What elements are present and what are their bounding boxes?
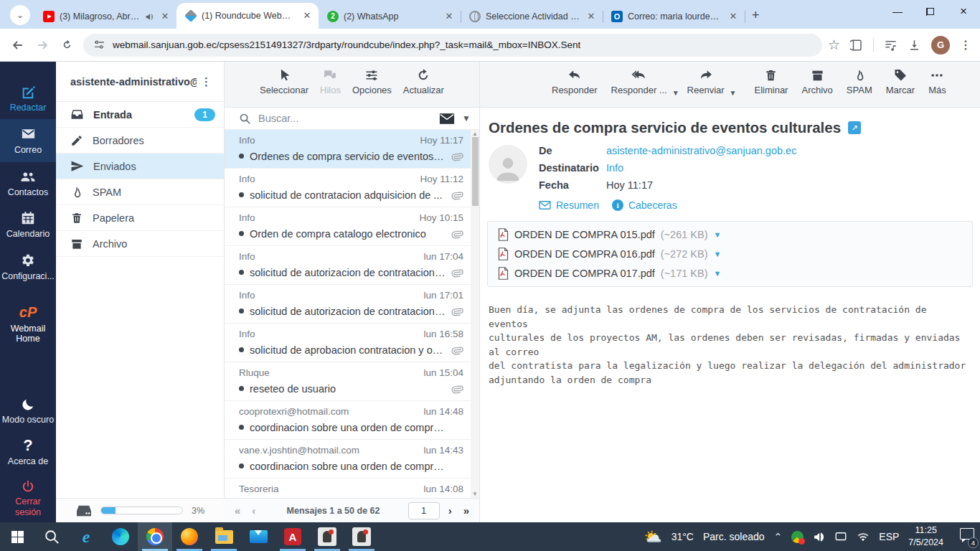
forward-button[interactable]: Reenviar bbox=[687, 68, 725, 95]
scroll-up-icon[interactable]: ▲ bbox=[472, 131, 478, 137]
folder-sent[interactable]: Enviados bbox=[56, 154, 224, 179]
chrome-menu-icon[interactable]: ⋮ bbox=[960, 38, 971, 52]
new-tab-button[interactable]: + bbox=[752, 8, 760, 23]
message-row[interactable]: Infolun 17:01 solicitud de autorizacion … bbox=[225, 285, 471, 324]
browser-tab-4[interactable]: Seleccione Actividad a modi ✕ bbox=[461, 4, 603, 29]
media-controls-icon[interactable] bbox=[884, 38, 897, 52]
forward-caret-icon[interactable]: ▼ bbox=[730, 89, 737, 97]
taskbar-mail-icon[interactable] bbox=[241, 522, 275, 551]
first-page-button[interactable]: « bbox=[232, 504, 243, 517]
tray-expand-chevron-icon[interactable]: ⌃ bbox=[774, 531, 783, 542]
attachment-menu-caret-icon[interactable]: ▼ bbox=[714, 230, 722, 239]
reply-button[interactable]: Responder bbox=[552, 68, 598, 95]
tray-volume-icon[interactable] bbox=[813, 531, 825, 543]
taskbar-acrobat-icon[interactable]: A bbox=[275, 522, 310, 551]
search-bar[interactable]: Buscar... ▼ bbox=[225, 108, 479, 130]
next-page-button[interactable]: › bbox=[446, 504, 455, 517]
reply-all-button[interactable]: Responder ... bbox=[611, 68, 667, 95]
open-in-new-window-icon[interactable]: ↗ bbox=[848, 121, 861, 134]
address-bar[interactable]: webmail.sanjuan.gob.ec/cpsess2151491327/… bbox=[83, 34, 822, 57]
message-row[interactable]: vane.v.joshtin@hotmail.comlun 14:43 coor… bbox=[225, 440, 471, 479]
last-page-button[interactable]: » bbox=[461, 504, 472, 517]
message-row[interactable]: InfoHoy 11:17 Ordenes de compra servicio… bbox=[225, 130, 471, 169]
mark-button[interactable]: Marcar bbox=[886, 68, 915, 95]
headers-link[interactable]: i Cabeceras bbox=[612, 199, 677, 211]
tray-language[interactable]: ESP bbox=[879, 531, 899, 542]
taskbar-app1-icon[interactable] bbox=[310, 522, 344, 551]
summary-link[interactable]: Resumen bbox=[539, 199, 599, 211]
tab-close-icon[interactable]: ✕ bbox=[301, 10, 313, 22]
threads-button[interactable]: Hilos bbox=[320, 68, 341, 95]
message-row[interactable]: Rluquelun 15:04 reseteo de usuario bbox=[225, 362, 471, 401]
page-number-input[interactable]: 1 bbox=[408, 502, 440, 519]
archive-button[interactable]: Archivo bbox=[801, 68, 832, 95]
folder-drafts[interactable]: Borradores bbox=[56, 128, 224, 154]
folder-trash[interactable]: Papelera bbox=[56, 205, 224, 231]
spam-button[interactable]: SPAM bbox=[847, 68, 872, 95]
sidebar-item-logout[interactable]: Cerrar sesión bbox=[0, 473, 56, 524]
attachment-item[interactable]: ORDEN DE COMPRA 015.pdf (~261 KB) ▼ bbox=[498, 228, 721, 241]
taskbar-app2-icon[interactable] bbox=[344, 522, 379, 551]
tab-search-chevron-icon[interactable]: ⌄ bbox=[10, 5, 30, 25]
folder-spam[interactable]: SPAM bbox=[56, 179, 224, 205]
refresh-button[interactable]: Actualizar bbox=[403, 68, 444, 95]
tab-audio-icon[interactable] bbox=[145, 12, 154, 22]
sidebar-item-dark-mode[interactable]: Modo oscuro bbox=[0, 391, 56, 431]
taskbar-search-icon[interactable] bbox=[34, 522, 69, 551]
taskbar-internet-explorer-icon[interactable]: e bbox=[69, 522, 103, 551]
list-scrollbar[interactable]: ▲ ▼ bbox=[471, 130, 479, 498]
scroll-down-icon[interactable]: ▼ bbox=[472, 491, 478, 497]
message-row[interactable]: Infolun 17:04 solicitud de autorizacion … bbox=[225, 246, 471, 285]
reply-all-caret-icon[interactable]: ▼ bbox=[672, 89, 679, 97]
close-window-button[interactable]: × bbox=[947, 0, 980, 23]
tab-close-icon[interactable]: ✕ bbox=[443, 11, 455, 22]
side-panel-icon[interactable] bbox=[850, 39, 863, 52]
to-recipient-link[interactable]: Info bbox=[606, 162, 623, 174]
attachment-item[interactable]: ORDEN DE COMPRA 016.pdf (~272 KB) ▼ bbox=[498, 248, 721, 260]
delete-button[interactable]: Eliminar bbox=[755, 68, 788, 95]
tray-clock[interactable]: 11:25 7/5/2024 bbox=[908, 524, 943, 549]
message-row[interactable]: Infolun 16:58 solicitud de aprobacion co… bbox=[225, 324, 471, 362]
reload-button[interactable] bbox=[55, 33, 79, 57]
browser-tab-1[interactable]: (3) Milagroso, Abres Can ✕ bbox=[34, 4, 176, 29]
profile-avatar[interactable]: G bbox=[931, 36, 950, 55]
search-options-chevron-icon[interactable]: ▼ bbox=[462, 113, 471, 123]
url-text[interactable]: webmail.sanjuan.gob.ec/cpsess2151491327/… bbox=[113, 39, 580, 50]
message-row[interactable]: Tesorerialun 14:08 bbox=[225, 479, 471, 498]
select-button[interactable]: Seleccionar bbox=[260, 68, 308, 95]
downloads-icon[interactable] bbox=[908, 38, 921, 52]
folder-archive[interactable]: Archivo bbox=[56, 231, 224, 257]
search-input[interactable]: Buscar... bbox=[258, 113, 432, 124]
sidebar-item-contacts[interactable]: Contactos bbox=[0, 162, 56, 204]
sidebar-item-calendar[interactable]: Calendario bbox=[0, 204, 56, 245]
weather-icon[interactable]: ⛅ bbox=[644, 528, 662, 545]
attachment-menu-caret-icon[interactable]: ▼ bbox=[714, 250, 722, 258]
back-button[interactable] bbox=[6, 33, 30, 57]
browser-tab-3[interactable]: 2 (2) WhatsApp ✕ bbox=[319, 4, 461, 29]
folder-options-kebab-icon[interactable]: ⋮ bbox=[197, 75, 217, 88]
tab-close-icon[interactable]: ✕ bbox=[585, 11, 597, 22]
search-scope-icon[interactable] bbox=[439, 113, 455, 125]
taskbar-file-explorer-icon[interactable] bbox=[207, 522, 241, 551]
minimize-button[interactable]: — bbox=[881, 0, 914, 23]
tab-close-icon[interactable]: ✕ bbox=[159, 11, 171, 22]
sidebar-item-webmail-home[interactable]: cP Webmail Home bbox=[0, 298, 56, 351]
browser-tab-5[interactable]: O Correo: maria lourdes peñaf ✕ bbox=[603, 4, 745, 29]
tray-wifi-icon[interactable] bbox=[857, 532, 870, 542]
taskbar-firefox-icon[interactable] bbox=[172, 522, 207, 551]
notification-center-icon[interactable]: 4 bbox=[953, 528, 974, 545]
taskbar-chrome-icon[interactable] bbox=[138, 522, 172, 551]
message-row[interactable]: InfoHoy 10:15 Orden de compra catalogo e… bbox=[225, 207, 471, 246]
tray-temperature[interactable]: 31°C bbox=[672, 531, 694, 542]
restore-button[interactable] bbox=[914, 0, 947, 23]
message-row[interactable]: InfoHoy 11:12 solicitud de contratacion … bbox=[225, 169, 471, 207]
tray-display-icon[interactable] bbox=[834, 531, 847, 542]
sidebar-item-about[interactable]: ? Acerca de bbox=[0, 431, 56, 473]
tab-close-icon[interactable]: ✕ bbox=[727, 11, 739, 22]
options-button[interactable]: Opciones bbox=[352, 68, 392, 95]
taskbar-edge-icon[interactable] bbox=[103, 522, 138, 551]
site-info-icon[interactable] bbox=[93, 39, 105, 51]
bookmark-star-icon[interactable]: ☆ bbox=[828, 37, 840, 53]
sidebar-item-mail[interactable]: Correo bbox=[0, 119, 56, 161]
prev-page-button[interactable]: ‹ bbox=[249, 504, 258, 517]
